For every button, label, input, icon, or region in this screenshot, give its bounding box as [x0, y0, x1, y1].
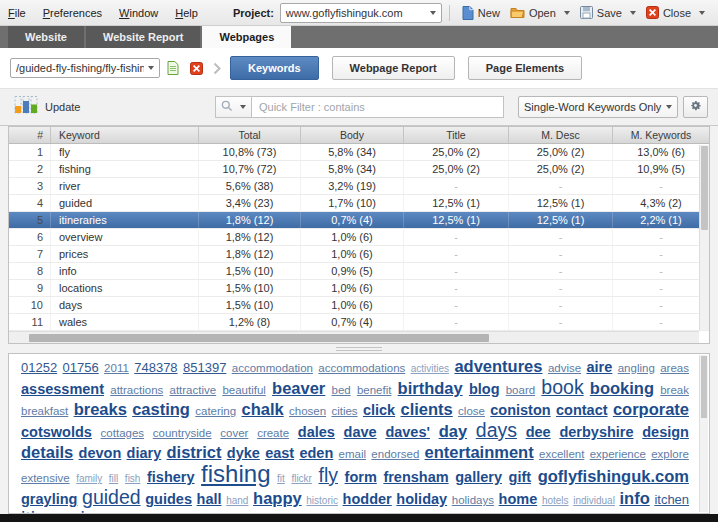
tagcloud-word[interactable]: design [642, 424, 689, 440]
column-header-m-desc[interactable]: M. Desc [509, 127, 613, 143]
tagcloud-word[interactable]: casting [132, 400, 190, 418]
column-header-title[interactable]: Title [404, 127, 509, 143]
tagcloud-word[interactable]: entertainment [425, 443, 534, 461]
table-row[interactable]: 8info1,5% (10)0,9% (5)--- [9, 263, 709, 280]
tagcloud-word[interactable]: excellent [539, 448, 584, 460]
view-button-keywords[interactable]: Keywords [230, 56, 319, 80]
tagcloud-word[interactable]: aire [587, 359, 613, 375]
tagcloud-word[interactable]: info [620, 489, 650, 507]
page-document-icon[interactable] [163, 58, 183, 78]
view-button-webpage-report[interactable]: Webpage Report [332, 56, 455, 80]
tagcloud-word[interactable]: cover [220, 427, 248, 439]
tagcloud-word[interactable]: eden [299, 445, 333, 461]
tagcloud-word[interactable]: 01756 [63, 360, 99, 375]
tagcloud-word[interactable]: break [660, 384, 689, 396]
tagcloud-word[interactable]: dave [344, 424, 377, 440]
tagcloud-word[interactable]: grayling [21, 491, 77, 507]
close-button[interactable]: Close [641, 4, 710, 21]
tagcloud-word[interactable]: family [76, 473, 102, 484]
tagcloud-word[interactable]: explore [651, 448, 689, 460]
tagcloud-word[interactable]: chalk [241, 400, 283, 418]
tagcloud-word[interactable]: day [439, 422, 467, 440]
tab-website[interactable]: Website [8, 26, 84, 48]
tagcloud-word[interactable]: itchen [654, 492, 689, 507]
table-row[interactable]: 10days1,5% (10)1,0% (6)--- [9, 297, 709, 314]
tagcloud-word[interactable]: happy [253, 489, 302, 507]
tagcloud-word[interactable]: dales [298, 424, 335, 440]
column-header-m-keywords[interactable]: M. Keywords [613, 127, 709, 143]
menu-file[interactable]: File [8, 7, 26, 19]
table-row[interactable]: 7prices1,8% (12)1,0% (6)--- [9, 246, 709, 263]
scrollbar-thumb[interactable] [701, 356, 707, 418]
table-row[interactable]: 4guided3,4% (23)1,7% (10)12,5% (1)12,5% … [9, 195, 709, 212]
tagcloud-word[interactable]: fishing [201, 460, 270, 487]
tagcloud-word[interactable]: cotswolds [21, 424, 92, 440]
tagcloud-word[interactable]: holiday [396, 491, 447, 507]
tagcloud-word[interactable]: hall [197, 491, 222, 507]
tagcloud-word[interactable]: create [257, 427, 289, 439]
tagcloud-word[interactable]: angling [618, 362, 655, 374]
tagcloud-word[interactable]: hand [226, 495, 248, 506]
tagcloud-word[interactable]: activities [411, 363, 449, 374]
menu-preferences[interactable]: Preferences [43, 7, 102, 19]
tagcloud-word[interactable]: fishery [147, 469, 195, 485]
column-header-body[interactable]: Body [301, 127, 404, 143]
tagcloud-word[interactable]: accommodations [318, 362, 405, 374]
scrollbar-thumb[interactable] [29, 334, 489, 342]
cloud-vertical-scrollbar[interactable] [699, 355, 708, 512]
tagcloud-word[interactable]: countryside [153, 427, 212, 439]
tagcloud-word[interactable]: breakfast [21, 405, 68, 417]
tagcloud-word[interactable]: extensive [21, 472, 70, 484]
tagcloud-word[interactable]: email [339, 448, 366, 460]
tagcloud-word[interactable]: corporate [613, 400, 689, 418]
tagcloud-word[interactable]: home [499, 491, 538, 507]
tagcloud-word[interactable]: daves' [385, 424, 430, 440]
tagcloud-word[interactable]: 01252 [21, 360, 57, 375]
tagcloud-word[interactable]: guides [145, 491, 192, 507]
tagcloud-word[interactable]: dee [526, 424, 551, 440]
tagcloud-word[interactable]: chosen [289, 405, 326, 417]
tagcloud-word[interactable]: cottages [101, 427, 144, 439]
splitter-handle[interactable] [0, 344, 718, 353]
tab-webpages[interactable]: Webpages [202, 26, 291, 48]
tagcloud-word[interactable]: assessment [21, 381, 104, 397]
quick-filter-input[interactable] [252, 96, 504, 118]
tagcloud-word[interactable]: fish [125, 473, 141, 484]
tagcloud-word[interactable]: holidays [452, 494, 494, 506]
tagcloud-word[interactable]: birthday [398, 379, 463, 397]
tagcloud-word[interactable]: 748378 [134, 360, 177, 375]
tagcloud-word[interactable]: board [506, 384, 535, 396]
tab-website-report[interactable]: Website Report [86, 26, 200, 48]
tagcloud-word[interactable]: book [541, 376, 583, 398]
save-button[interactable]: Save [575, 4, 641, 21]
table-row[interactable]: 5itineraries1,8% (12)0,7% (4)12,5% (1)12… [9, 212, 709, 229]
tagcloud-word[interactable]: flickr [291, 473, 312, 484]
tagcloud-word[interactable]: beaver [272, 379, 325, 397]
table-row[interactable]: 9locations1,5% (10)1,0% (6)--- [9, 280, 709, 297]
new-button[interactable]: New [457, 4, 505, 22]
tagcloud-word[interactable]: hotels [542, 495, 569, 506]
tagcloud-word[interactable]: hodder [343, 491, 392, 507]
tagcloud-word[interactable]: east [265, 445, 294, 461]
tagcloud-word[interactable]: dyke [227, 445, 260, 461]
tagcloud-word[interactable]: gallery [455, 469, 502, 485]
column-header-total[interactable]: Total [199, 127, 301, 143]
tagcloud-word[interactable]: goflyfishinguk.com [538, 467, 689, 485]
table-row[interactable]: 11wales1,2% (8)0,7% (4)--- [9, 314, 709, 331]
tagcloud-word[interactable]: accommodation [232, 362, 313, 374]
tagcloud-word[interactable]: blog [469, 381, 500, 397]
tagcloud-word[interactable]: attractions [110, 384, 163, 396]
tagcloud-word[interactable]: beautiful [222, 384, 265, 396]
update-button[interactable]: Update [14, 95, 80, 119]
tagcloud-word[interactable]: fill [109, 473, 118, 484]
tagcloud-word[interactable]: booking [590, 379, 654, 397]
delete-page-button[interactable] [186, 58, 206, 78]
tagcloud-word[interactable]: diary [127, 445, 162, 461]
search-filter-mode-dropdown[interactable] [215, 96, 252, 118]
tagcloud-word[interactable]: catering [195, 405, 236, 417]
tagcloud-word[interactable]: fit [277, 473, 285, 484]
tagcloud-word[interactable]: cities [331, 405, 357, 417]
table-row[interactable]: 1fly10,8% (73)5,8% (34)25,0% (2)25,0% (2… [9, 144, 709, 161]
menu-window[interactable]: Window [119, 7, 158, 19]
project-select[interactable]: www.goflyfishinguk.com [280, 3, 442, 23]
